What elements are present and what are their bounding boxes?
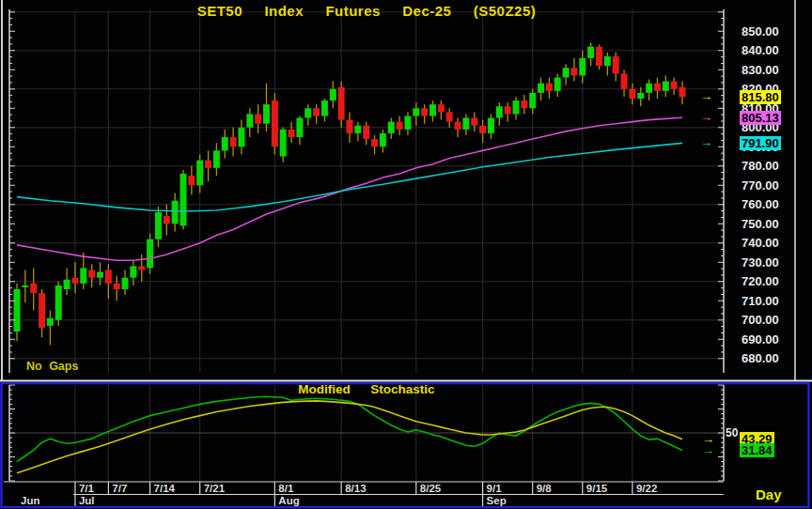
candle-down [455,122,461,130]
candle-down [289,130,295,137]
price-axis-label: 680.00 [742,351,779,365]
chart-title: SET50 Index Futures Dec-25 (S50Z25) [9,3,724,19]
candle-down [114,284,120,289]
ma-slow-arrow-icon: → [700,137,712,148]
candle-down [164,216,170,224]
chart-canvas[interactable] [0,0,812,509]
candle-down [88,270,95,277]
candle-up [14,289,21,332]
candle-down [39,293,45,328]
price-axis-label: 750.00 [742,217,779,231]
candle-up [122,278,129,289]
candle-down [363,126,369,139]
date-tick-label: 7/21 [204,483,225,494]
candle-up [296,118,303,138]
last-price-arrow-icon: → [700,91,712,102]
month-label: Jun [21,495,39,506]
price-axis-label: 780.00 [742,159,779,173]
candle-up [172,201,179,224]
month-label: Sep [487,495,507,506]
date-tick-label: 9/22 [636,483,657,494]
candle-down [347,120,353,133]
trading-chart-window: SET50 Index Futures Dec-25 (S50Z25) No G… [0,0,812,509]
candle-up [213,150,220,167]
candle-down [105,270,112,283]
candle-down [138,266,145,270]
candle-up [579,58,586,75]
stoch-green-arrow-icon: → [702,445,714,456]
price-axis-label: 730.00 [742,255,779,270]
candle-up [246,114,253,127]
price-axis-label: 770.00 [742,178,779,193]
date-tick-label: 8/13 [345,483,366,494]
price-axis-label: 710.00 [742,294,779,308]
candle-up [513,100,520,114]
candle-down [596,47,602,67]
candle-up [64,280,70,289]
candle-up [147,239,153,269]
candle-down [438,104,445,112]
price-axis-label: 700.00 [742,313,779,327]
candle-down [30,284,37,293]
candle-up [388,122,395,133]
candle-up [97,272,103,278]
candle-up [637,93,644,99]
month-label: Aug [278,495,299,506]
candle-down [570,68,577,75]
candle-down [313,108,320,116]
candle-down [446,112,453,121]
candle-down [679,87,686,98]
no-gaps-label: No Gaps [26,360,78,373]
candle-down [505,106,511,114]
candle-up [604,56,611,66]
candle-down [546,84,553,91]
price-axis-label: 830.00 [742,63,779,77]
candle-down [629,89,635,99]
candle-up [130,266,136,277]
candle-up [429,104,436,116]
candle-up [488,118,494,133]
stoch-green-marker: 31.84 [740,443,774,457]
price-axis-label: 840.00 [742,43,779,57]
candle-up [529,93,536,108]
candle-down [371,139,378,147]
price-axis-label: 740.00 [742,236,779,250]
date-tick-label: 9/8 [537,483,552,494]
candle-up [538,84,544,93]
price-axis-label: 720.00 [742,274,779,288]
candle-down [613,56,619,73]
date-tick-label: 7/7 [112,483,127,494]
candle-down [188,176,195,185]
candle-up [563,68,570,77]
stochastic-50-gridline-label: 50 [726,426,738,440]
candle-up [238,128,244,147]
candle-down [671,82,678,89]
price-axis-label: 690.00 [742,332,779,347]
candle-up [222,137,228,150]
date-tick-label: 9/15 [586,483,607,494]
candle-down [621,73,628,88]
candle-down [521,100,527,108]
candle-down [471,118,477,126]
candle-up [155,212,162,239]
candle-up [304,108,311,117]
candle-up [196,161,203,186]
candle-up [330,89,336,100]
candle-down [397,122,403,130]
candle-up [587,47,594,58]
price-axis-label: 850.00 [742,24,779,39]
date-tick-label: 7/1 [79,483,94,494]
ma-fast-marker: 805.13 [740,111,781,125]
candle-up [404,116,411,129]
candle-down [338,87,345,120]
ma-fast-arrow-icon: → [700,112,712,123]
candle-up [80,268,86,283]
candle-up [263,104,270,124]
candle-down [421,108,428,116]
month-label: Jul [79,495,95,506]
last-price-marker: 815.80 [740,90,781,104]
candle-down [71,278,78,284]
candle-up [380,133,386,147]
candle-down [654,84,661,91]
candle-up [280,130,287,157]
